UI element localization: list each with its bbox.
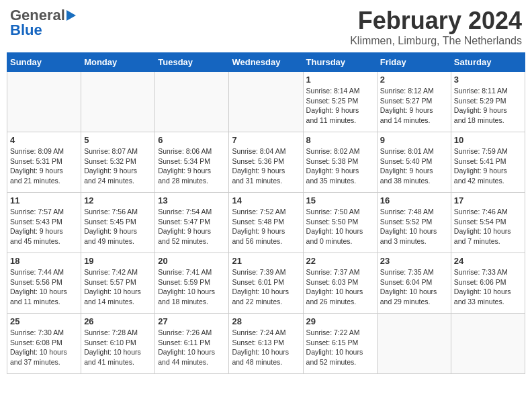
weekday-header-thursday: Thursday: [303, 53, 377, 72]
day-number: 10: [454, 135, 522, 145]
calendar-cell: 12Sunrise: 7:56 AM Sunset: 5:45 PM Dayli…: [81, 193, 155, 253]
day-info: Sunrise: 7:41 AM Sunset: 5:59 PM Dayligh…: [158, 267, 226, 307]
calendar-cell: [7, 72, 81, 132]
calendar-cell: 5Sunrise: 8:07 AM Sunset: 5:32 PM Daylig…: [81, 132, 155, 193]
calendar-cell: 27Sunrise: 7:26 AM Sunset: 6:11 PM Dayli…: [155, 314, 229, 374]
calendar-cell: 4Sunrise: 8:09 AM Sunset: 5:31 PM Daylig…: [7, 132, 81, 193]
calendar-cell: 15Sunrise: 7:50 AM Sunset: 5:50 PM Dayli…: [303, 193, 377, 253]
day-info: Sunrise: 7:22 AM Sunset: 6:15 PM Dayligh…: [306, 328, 374, 367]
day-info: Sunrise: 7:39 AM Sunset: 6:01 PM Dayligh…: [232, 267, 300, 307]
day-info: Sunrise: 7:42 AM Sunset: 5:57 PM Dayligh…: [84, 267, 152, 307]
day-number: 4: [10, 135, 78, 145]
logo-blue: Blue: [10, 21, 42, 39]
day-info: Sunrise: 7:33 AM Sunset: 6:06 PM Dayligh…: [454, 267, 522, 307]
day-number: 16: [380, 195, 448, 205]
day-info: Sunrise: 8:01 AM Sunset: 5:40 PM Dayligh…: [380, 146, 448, 186]
day-number: 9: [380, 135, 448, 145]
calendar-cell: 18Sunrise: 7:44 AM Sunset: 5:56 PM Dayli…: [7, 253, 81, 314]
day-info: Sunrise: 7:46 AM Sunset: 5:54 PM Dayligh…: [454, 207, 522, 246]
calendar-cell: 19Sunrise: 7:42 AM Sunset: 5:57 PM Dayli…: [81, 253, 155, 314]
calendar-cell: 7Sunrise: 8:04 AM Sunset: 5:36 PM Daylig…: [229, 132, 303, 193]
day-number: 27: [158, 316, 226, 326]
day-info: Sunrise: 7:28 AM Sunset: 6:10 PM Dayligh…: [84, 328, 152, 367]
calendar-cell: 21Sunrise: 7:39 AM Sunset: 6:01 PM Dayli…: [229, 253, 303, 314]
day-info: Sunrise: 7:37 AM Sunset: 6:03 PM Dayligh…: [306, 267, 374, 307]
logo: General Blue: [10, 7, 77, 39]
day-info: Sunrise: 8:02 AM Sunset: 5:38 PM Dayligh…: [306, 146, 374, 186]
weekday-header-tuesday: Tuesday: [155, 53, 229, 72]
day-number: 8: [306, 135, 374, 145]
calendar-cell: 6Sunrise: 8:06 AM Sunset: 5:34 PM Daylig…: [155, 132, 229, 193]
calendar-cell: 16Sunrise: 7:48 AM Sunset: 5:52 PM Dayli…: [377, 193, 451, 253]
weekday-header-saturday: Saturday: [451, 53, 525, 72]
weekday-header-row: SundayMondayTuesdayWednesdayThursdayFrid…: [7, 53, 525, 72]
calendar-cell: 29Sunrise: 7:22 AM Sunset: 6:15 PM Dayli…: [303, 314, 377, 374]
weekday-header-friday: Friday: [377, 53, 451, 72]
day-info: Sunrise: 8:09 AM Sunset: 5:31 PM Dayligh…: [10, 146, 78, 186]
weekday-header-monday: Monday: [81, 53, 155, 72]
week-row-2: 4Sunrise: 8:09 AM Sunset: 5:31 PM Daylig…: [7, 132, 525, 193]
day-number: 24: [454, 256, 522, 266]
calendar-cell: 26Sunrise: 7:28 AM Sunset: 6:10 PM Dayli…: [81, 314, 155, 374]
day-info: Sunrise: 8:12 AM Sunset: 5:27 PM Dayligh…: [380, 86, 448, 126]
calendar-cell: 10Sunrise: 7:59 AM Sunset: 5:41 PM Dayli…: [451, 132, 525, 193]
day-number: 7: [232, 135, 300, 145]
week-row-4: 18Sunrise: 7:44 AM Sunset: 5:56 PM Dayli…: [7, 253, 525, 314]
day-info: Sunrise: 8:11 AM Sunset: 5:29 PM Dayligh…: [454, 86, 522, 126]
day-number: 6: [158, 135, 226, 145]
day-number: 15: [306, 195, 374, 205]
day-info: Sunrise: 8:07 AM Sunset: 5:32 PM Dayligh…: [84, 146, 152, 186]
day-number: 29: [306, 316, 374, 326]
calendar-table: SundayMondayTuesdayWednesdayThursdayFrid…: [7, 52, 525, 374]
day-info: Sunrise: 7:57 AM Sunset: 5:43 PM Dayligh…: [10, 207, 78, 246]
calendar-cell: [155, 72, 229, 132]
day-number: 20: [158, 256, 226, 266]
title-area: February 2024 Klimmen, Limburg, The Neth…: [350, 7, 522, 47]
calendar-cell: [451, 314, 525, 374]
calendar-cell: 13Sunrise: 7:54 AM Sunset: 5:47 PM Dayli…: [155, 193, 229, 253]
calendar-cell: 22Sunrise: 7:37 AM Sunset: 6:03 PM Dayli…: [303, 253, 377, 314]
calendar-cell: 17Sunrise: 7:46 AM Sunset: 5:54 PM Dayli…: [451, 193, 525, 253]
week-row-5: 25Sunrise: 7:30 AM Sunset: 6:08 PM Dayli…: [7, 314, 525, 374]
calendar-cell: 14Sunrise: 7:52 AM Sunset: 5:48 PM Dayli…: [229, 193, 303, 253]
day-number: 28: [232, 316, 300, 326]
day-info: Sunrise: 7:50 AM Sunset: 5:50 PM Dayligh…: [306, 207, 374, 246]
calendar-cell: 8Sunrise: 8:02 AM Sunset: 5:38 PM Daylig…: [303, 132, 377, 193]
day-info: Sunrise: 7:56 AM Sunset: 5:45 PM Dayligh…: [84, 207, 152, 246]
day-info: Sunrise: 7:24 AM Sunset: 6:13 PM Dayligh…: [232, 328, 300, 367]
calendar-cell: [377, 314, 451, 374]
calendar-cell: [229, 72, 303, 132]
day-number: 14: [232, 195, 300, 205]
day-number: 5: [84, 135, 152, 145]
day-number: 22: [306, 256, 374, 266]
day-number: 19: [84, 256, 152, 266]
calendar-cell: 20Sunrise: 7:41 AM Sunset: 5:59 PM Dayli…: [155, 253, 229, 314]
calendar-cell: 23Sunrise: 7:35 AM Sunset: 6:04 PM Dayli…: [377, 253, 451, 314]
day-number: 25: [10, 316, 78, 326]
day-info: Sunrise: 7:48 AM Sunset: 5:52 PM Dayligh…: [380, 207, 448, 246]
calendar-cell: 1Sunrise: 8:14 AM Sunset: 5:25 PM Daylig…: [303, 72, 377, 132]
day-info: Sunrise: 8:06 AM Sunset: 5:34 PM Dayligh…: [158, 146, 226, 186]
day-info: Sunrise: 7:35 AM Sunset: 6:04 PM Dayligh…: [380, 267, 448, 307]
calendar-cell: 28Sunrise: 7:24 AM Sunset: 6:13 PM Dayli…: [229, 314, 303, 374]
week-row-1: 1Sunrise: 8:14 AM Sunset: 5:25 PM Daylig…: [7, 72, 525, 132]
page-header: General Blue February 2024 Klimmen, Limb…: [7, 7, 525, 47]
calendar-cell: [81, 72, 155, 132]
day-info: Sunrise: 8:04 AM Sunset: 5:36 PM Dayligh…: [232, 146, 300, 186]
day-info: Sunrise: 7:44 AM Sunset: 5:56 PM Dayligh…: [10, 267, 78, 307]
day-number: 17: [454, 195, 522, 205]
week-row-3: 11Sunrise: 7:57 AM Sunset: 5:43 PM Dayli…: [7, 193, 525, 253]
weekday-header-sunday: Sunday: [7, 53, 81, 72]
location: Klimmen, Limburg, The Netherlands: [350, 35, 522, 47]
day-info: Sunrise: 7:26 AM Sunset: 6:11 PM Dayligh…: [158, 328, 226, 367]
day-info: Sunrise: 7:54 AM Sunset: 5:47 PM Dayligh…: [158, 207, 226, 246]
calendar-cell: 3Sunrise: 8:11 AM Sunset: 5:29 PM Daylig…: [451, 72, 525, 132]
day-number: 21: [232, 256, 300, 266]
month-year: February 2024: [350, 7, 522, 35]
weekday-header-wednesday: Wednesday: [229, 53, 303, 72]
calendar-cell: 24Sunrise: 7:33 AM Sunset: 6:06 PM Dayli…: [451, 253, 525, 314]
day-number: 23: [380, 256, 448, 266]
day-info: Sunrise: 7:52 AM Sunset: 5:48 PM Dayligh…: [232, 207, 300, 246]
day-info: Sunrise: 7:30 AM Sunset: 6:08 PM Dayligh…: [10, 328, 78, 367]
day-number: 3: [454, 75, 522, 85]
